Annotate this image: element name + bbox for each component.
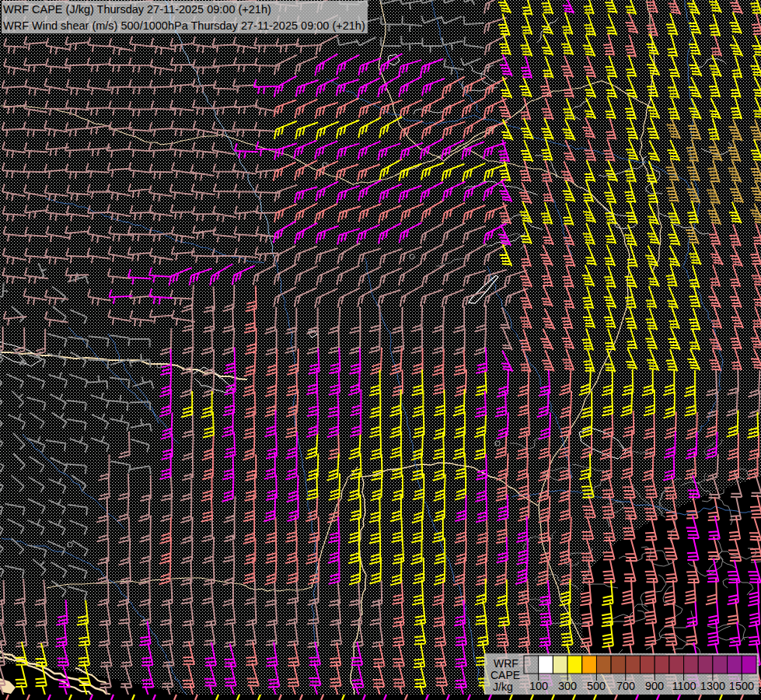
svg-text:1100: 1100 [672,680,696,692]
svg-text:100: 100 [529,680,548,692]
svg-text:300: 300 [558,680,577,692]
svg-text:900: 900 [645,680,664,692]
svg-text:1300: 1300 [700,680,725,692]
svg-text:J/kg: J/kg [493,681,513,693]
svg-text:CAPE: CAPE [490,669,520,681]
svg-text:1500: 1500 [729,680,754,692]
svg-text:500: 500 [587,680,606,692]
svg-text:700: 700 [616,680,635,692]
svg-text:WRF CAPE (J/kg) Thursday 27-11: WRF CAPE (J/kg) Thursday 27-11-2025 09:0… [3,3,271,16]
svg-text:WRF: WRF [494,657,518,670]
svg-text:WRF Wind shear (m/s) 500/1000h: WRF Wind shear (m/s) 500/1000hPa Thursda… [3,19,365,32]
